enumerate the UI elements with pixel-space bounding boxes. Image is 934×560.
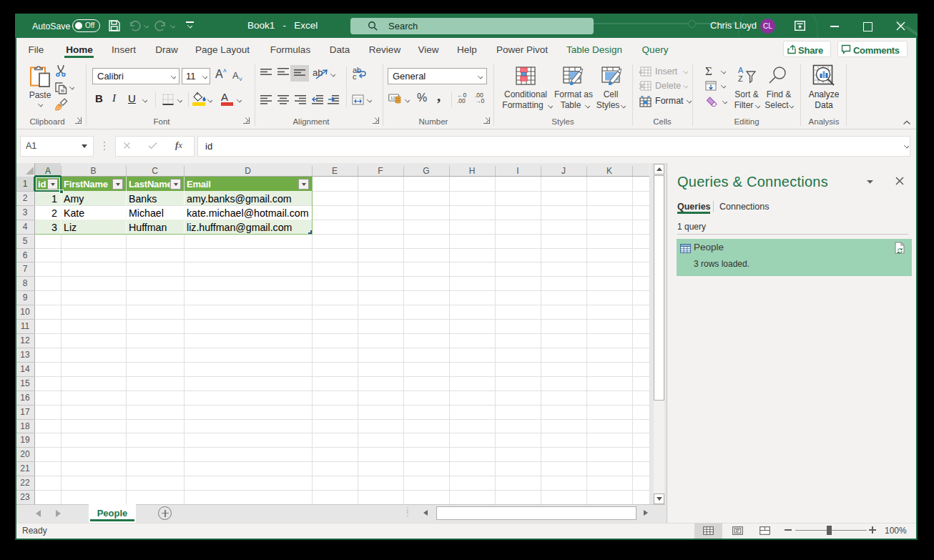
- svg-text:Z: Z: [738, 74, 743, 83]
- svg-text:A: A: [738, 66, 744, 74]
